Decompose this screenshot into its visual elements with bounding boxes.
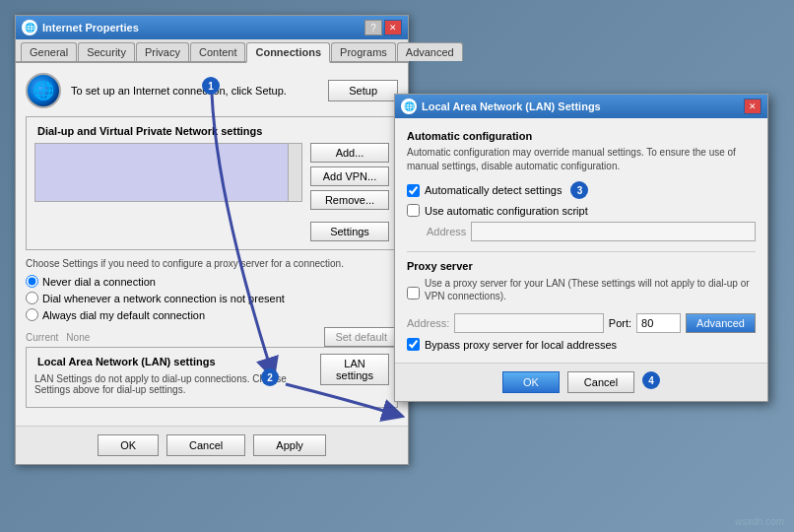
help-button[interactable]: ? (364, 20, 382, 35)
proxy-title: Proxy server (407, 260, 756, 272)
radio-never-input[interactable] (26, 275, 38, 288)
bypass-row: Bypass proxy server for local addresses (407, 338, 756, 351)
script-address-input[interactable] (471, 222, 756, 241)
apply-button[interactable]: Apply (253, 434, 326, 456)
dial-options-section: Choose Settings if you need to configure… (26, 258, 398, 347)
remove-button[interactable]: Remove... (310, 190, 389, 210)
auto-config-description: Automatic configuration may override man… (407, 146, 756, 173)
close-button[interactable]: ✕ (384, 20, 402, 35)
address-label: Address (427, 226, 466, 237)
divider (407, 251, 756, 252)
proxy-addr-row: Address: Port: Advanced (407, 313, 756, 333)
add-vpn-button[interactable]: Add VPN... (310, 166, 389, 186)
internet-props-titlebar: 🌐 Internet Properties ? ✕ (16, 16, 408, 39)
lan-content: Automatic configuration Automatic config… (395, 118, 767, 363)
step2-indicator: 2 (261, 368, 279, 386)
side-buttons: Add... Add VPN... Remove... Settings (310, 143, 389, 241)
step1-indicator: 1 (202, 77, 220, 95)
radio-dialwhen-label: Dial whenever a network connection is no… (42, 293, 285, 304)
current-label: Current (26, 332, 58, 343)
tab-general[interactable]: General (21, 42, 77, 61)
tab-security[interactable]: Security (78, 42, 135, 61)
globe-icon: 🌐 (26, 73, 61, 108)
radio-group: Never dial a connection Dial whenever a … (26, 275, 398, 321)
add-button[interactable]: Add... (310, 143, 389, 163)
radio-never-dial: Never dial a connection (26, 275, 398, 288)
port-label: Port: (609, 317, 631, 329)
dialup-group-label: Dial-up and Virtual Private Network sett… (34, 125, 265, 137)
setup-text: To set up an Internet connection, click … (71, 85, 287, 97)
lan-title: Local Area Network (LAN) Settings (422, 100, 601, 112)
lan-group: Local Area Network (LAN) settings LAN Se… (26, 347, 398, 408)
setup-button[interactable]: Setup (328, 80, 398, 101)
dialup-group: Dial-up and Virtual Private Network sett… (26, 116, 398, 250)
use-script-row: Use automatic configuration script (407, 204, 756, 217)
tab-content[interactable]: Content (190, 42, 246, 61)
use-script-label: Use automatic configuration script (425, 205, 588, 217)
dialog-content: 🌐 To set up an Internet connection, clic… (16, 63, 408, 426)
tab-advanced[interactable]: Advanced (397, 42, 463, 61)
internet-props-title: Internet Properties (42, 22, 139, 33)
radio-dial-when: Dial whenever a network connection is no… (26, 292, 398, 304)
lan-icon: 🌐 (401, 99, 417, 114)
proxy-addr-input[interactable] (454, 313, 603, 333)
current-value: None (66, 332, 90, 343)
use-proxy-checkbox[interactable] (407, 287, 420, 299)
proxy-description: Use a proxy server for your LAN (These s… (425, 277, 756, 302)
lan-close-button[interactable]: ✕ (744, 99, 761, 114)
ie-icon: 🌐 (22, 20, 37, 35)
radio-always-label: Always dial my default connection (42, 309, 205, 321)
lan-settings-button[interactable]: LAN settings (320, 354, 389, 385)
step4-indicator: 4 (642, 371, 660, 389)
tab-connections[interactable]: Connections (246, 42, 330, 63)
tab-privacy[interactable]: Privacy (136, 42, 189, 61)
use-script-checkbox[interactable] (407, 204, 420, 217)
tab-programs[interactable]: Programs (331, 42, 396, 61)
watermark: wsxdn.com (735, 516, 784, 527)
use-proxy-row: Use a proxy server for your LAN (These s… (407, 277, 756, 308)
radio-never-label: Never dial a connection (42, 276, 156, 288)
radio-dialwhen-input[interactable] (26, 292, 38, 304)
auto-detect-checkbox[interactable] (407, 184, 420, 197)
lan-footer: OK Cancel 4 (395, 363, 767, 401)
port-input[interactable] (636, 313, 681, 333)
radio-always-input[interactable] (26, 308, 38, 321)
cancel-button[interactable]: Cancel (166, 434, 245, 456)
step3-indicator: 3 (570, 181, 588, 199)
dialup-listbox[interactable] (34, 143, 302, 202)
settings-button[interactable]: Settings (310, 222, 389, 241)
auto-detect-row: Automatically detect settings 3 (407, 181, 756, 199)
lan-ok-button[interactable]: OK (502, 371, 560, 393)
lan-group-label: Local Area Network (LAN) settings (34, 356, 219, 367)
dial-options-label: Choose Settings if you need to configure… (26, 258, 398, 269)
dialog-footer: OK Cancel Apply (16, 426, 408, 464)
dialup-listbox-row: Add... Add VPN... Remove... Settings (34, 143, 389, 241)
auto-detect-label: Automatically detect settings (425, 184, 562, 196)
ok-button[interactable]: OK (98, 434, 159, 456)
radio-always-dial: Always dial my default connection (26, 308, 398, 321)
current-row: Current None Set default (26, 327, 398, 347)
proxy-addr-label: Address: (407, 317, 449, 329)
lan-settings-dialog: 🌐 Local Area Network (LAN) Settings ✕ Au… (394, 94, 768, 402)
bypass-label: Bypass proxy server for local addresses (425, 339, 617, 351)
tabs-bar: General Security Privacy Content Connect… (16, 39, 408, 63)
advanced-button[interactable]: Advanced (686, 313, 756, 333)
auto-config-title: Automatic configuration (407, 130, 756, 142)
set-default-button[interactable]: Set default (324, 327, 398, 347)
bypass-checkbox[interactable] (407, 338, 420, 351)
script-address-row: Address (427, 222, 756, 241)
lan-titlebar: 🌐 Local Area Network (LAN) Settings ✕ (395, 95, 767, 118)
lan-cancel-button[interactable]: Cancel (567, 371, 634, 393)
